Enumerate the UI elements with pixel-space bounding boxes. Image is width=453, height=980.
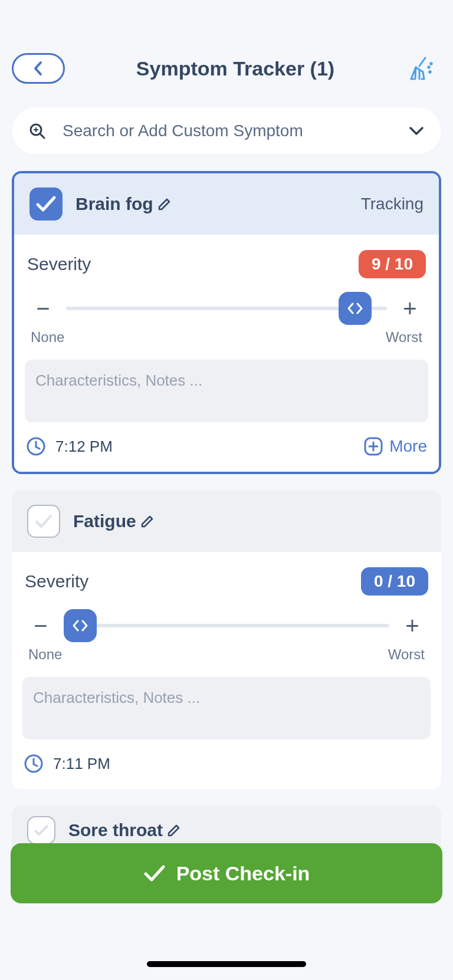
- severity-slider: − +: [22, 612, 431, 639]
- chevron-down-icon[interactable]: [408, 126, 425, 136]
- more-button[interactable]: More: [363, 436, 427, 456]
- symptom-header: Brain fog Tracking: [14, 173, 439, 235]
- symptom-body: Severity 0 / 10 − + None Worst 7:11 PM: [12, 552, 441, 789]
- notes-input[interactable]: [22, 677, 431, 739]
- symptom-name: Brain fog: [76, 194, 172, 214]
- page-title: Symptom Tracker (1): [65, 57, 406, 80]
- increment-button[interactable]: +: [396, 295, 424, 322]
- home-indicator: [147, 961, 306, 967]
- clock-icon: [26, 436, 46, 456]
- severity-label: Severity: [25, 571, 88, 591]
- broom-icon: [408, 55, 434, 81]
- slider-thumb[interactable]: [64, 609, 97, 642]
- decrement-button[interactable]: −: [27, 612, 54, 639]
- severity-badge: 0 / 10: [361, 567, 428, 596]
- more-text: More: [389, 437, 427, 456]
- plus-square-icon: [363, 436, 383, 456]
- increment-button[interactable]: +: [399, 612, 426, 639]
- post-checkin-label: Post Check-in: [176, 862, 310, 885]
- symptom-name-text: Fatigue: [73, 511, 136, 531]
- range-max-label: Worst: [386, 329, 422, 346]
- pencil-icon[interactable]: [166, 823, 182, 838]
- severity-badge: 9 / 10: [359, 250, 426, 278]
- search-input[interactable]: [63, 121, 401, 140]
- symptom-card: Fatigue Severity 0 / 10 − + None Worst: [12, 491, 441, 789]
- range-max-label: Worst: [388, 646, 425, 663]
- symptom-checkbox[interactable]: [29, 188, 63, 221]
- range-min-label: None: [31, 329, 64, 346]
- decrement-button[interactable]: −: [29, 295, 57, 322]
- chevron-left-icon: [32, 60, 44, 77]
- symptom-status: Tracking: [361, 195, 424, 213]
- svg-point-2: [429, 71, 431, 73]
- symptom-checkbox[interactable]: [27, 816, 55, 844]
- back-button[interactable]: [12, 53, 65, 84]
- notes-input[interactable]: [25, 360, 428, 422]
- severity-label: Severity: [27, 254, 91, 274]
- symptom-card: Brain fog Tracking Severity 9 / 10 − + N…: [12, 171, 441, 474]
- app-header: Symptom Tracker (1): [0, 0, 453, 101]
- check-icon: [33, 824, 50, 837]
- svg-line-4: [40, 134, 44, 138]
- svg-point-1: [431, 63, 432, 64]
- clock-icon: [24, 754, 44, 774]
- symptom-name: Fatigue: [73, 511, 155, 531]
- symptom-name-text: Brain fog: [76, 194, 153, 214]
- severity-slider: − +: [25, 295, 428, 322]
- search-bar[interactable]: [12, 107, 441, 154]
- grip-icon: [346, 301, 365, 315]
- time-text: 7:11 PM: [53, 755, 110, 773]
- svg-point-0: [428, 67, 429, 68]
- grip-icon: [71, 619, 90, 633]
- post-checkin-button[interactable]: Post Check-in: [11, 843, 442, 903]
- symptom-checkbox[interactable]: [27, 505, 60, 538]
- symptom-header: Fatigue: [12, 491, 441, 552]
- pencil-icon[interactable]: [157, 196, 172, 212]
- pencil-icon[interactable]: [140, 514, 155, 529]
- clean-button[interactable]: [406, 54, 435, 83]
- time-display[interactable]: 7:11 PM: [24, 754, 110, 774]
- time-display[interactable]: 7:12 PM: [26, 436, 113, 456]
- symptom-body: Severity 9 / 10 − + None Worst 7:12 PM: [14, 235, 439, 472]
- search-icon: [28, 122, 46, 140]
- slider-track[interactable]: [66, 295, 387, 322]
- symptom-name-text: Sore throat: [68, 820, 163, 840]
- check-icon: [34, 514, 53, 529]
- check-icon: [35, 195, 57, 213]
- range-min-label: None: [28, 646, 62, 663]
- slider-thumb[interactable]: [339, 292, 372, 325]
- symptom-name: Sore throat: [68, 820, 182, 840]
- time-text: 7:12 PM: [55, 438, 113, 456]
- check-icon: [143, 864, 166, 882]
- slider-track[interactable]: [64, 612, 389, 639]
